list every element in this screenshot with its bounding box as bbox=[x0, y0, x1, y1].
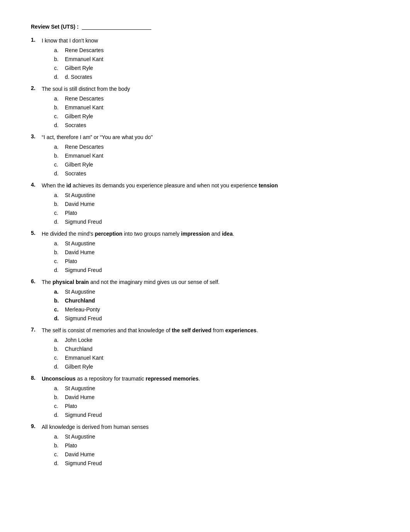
question-row-9: 9.All knowledge is derived from human se… bbox=[31, 423, 379, 431]
option-letter-7-3: c. bbox=[54, 354, 65, 362]
header-underline bbox=[82, 23, 151, 30]
option-text-5-1: St Augustine bbox=[65, 240, 379, 248]
question-number-7: 7. bbox=[31, 326, 42, 333]
option-item-8-3: c.Plato bbox=[54, 402, 379, 410]
option-item-4-2: b.David Hume bbox=[54, 200, 379, 208]
question-item-7: 7.The self is consist of memories and th… bbox=[31, 326, 379, 371]
option-letter-7-2: b. bbox=[54, 345, 65, 353]
option-text-8-1: St Augustine bbox=[65, 384, 379, 393]
option-text-2-1: Rene Descartes bbox=[65, 95, 379, 103]
questions-container: 1.I know that I don't knowa.Rene Descart… bbox=[31, 37, 379, 467]
question-row-4: 4.When the id achieves its demands you e… bbox=[31, 182, 379, 190]
option-item-9-3: c.David Hume bbox=[54, 450, 379, 459]
options-list-3: a.Rene Descartesb.Emmanuel Kantc.Gilbert… bbox=[54, 143, 379, 178]
option-item-2-4: d.Socrates bbox=[54, 121, 379, 129]
option-letter-1-3: c. bbox=[54, 64, 65, 72]
options-list-6: a.St Augustineb.Churchlandc.Merleau-Pont… bbox=[54, 288, 379, 323]
question-row-1: 1.I know that I don't know bbox=[31, 37, 379, 45]
option-item-3-2: b.Emmanuel Kant bbox=[54, 152, 379, 160]
option-letter-4-2: b. bbox=[54, 200, 65, 208]
question-number-1: 1. bbox=[31, 37, 42, 43]
option-item-8-4: d.Sigmund Freud bbox=[54, 411, 379, 419]
question-number-8: 8. bbox=[31, 375, 42, 381]
option-item-4-4: d.Sigmund Freud bbox=[54, 218, 379, 226]
option-text-4-2: David Hume bbox=[65, 200, 379, 208]
option-letter-6-1: a. bbox=[54, 288, 65, 296]
option-letter-2-2: b. bbox=[54, 104, 65, 112]
option-item-4-1: a.St Augustine bbox=[54, 191, 379, 199]
question-item-1: 1.I know that I don't knowa.Rene Descart… bbox=[31, 37, 379, 81]
option-text-4-3: Plato bbox=[65, 209, 379, 217]
question-row-5: 5.He divided the mind’s perception into … bbox=[31, 230, 379, 238]
option-item-6-1: a.St Augustine bbox=[54, 288, 379, 296]
option-text-6-4: Sigmund Freud bbox=[65, 314, 379, 323]
option-item-6-4: d.Sigmund Freud bbox=[54, 314, 379, 323]
option-text-7-1: John Locke bbox=[65, 336, 379, 344]
option-item-8-2: b.David Hume bbox=[54, 393, 379, 401]
option-text-3-2: Emmanuel Kant bbox=[65, 152, 379, 160]
option-letter-8-1: a. bbox=[54, 384, 65, 393]
header: Review Set (UTS) : bbox=[31, 23, 379, 30]
option-text-9-3: David Hume bbox=[65, 450, 379, 459]
option-text-1-2: Emmanuel Kant bbox=[65, 55, 379, 63]
option-letter-3-1: a. bbox=[54, 143, 65, 151]
option-letter-5-2: b. bbox=[54, 248, 65, 257]
option-letter-3-2: b. bbox=[54, 152, 65, 160]
option-text-2-2: Emmanuel Kant bbox=[65, 104, 379, 112]
option-letter-9-1: a. bbox=[54, 433, 65, 441]
options-list-8: a.St Augustineb.David Humec.Platod.Sigmu… bbox=[54, 384, 379, 419]
option-item-7-2: b.Churchland bbox=[54, 345, 379, 353]
option-text-5-2: David Hume bbox=[65, 248, 379, 257]
option-letter-1-2: b. bbox=[54, 55, 65, 63]
header-title: Review Set (UTS) : bbox=[31, 24, 79, 30]
option-text-7-3: Emmanuel Kant bbox=[65, 354, 379, 362]
option-text-3-1: Rene Descartes bbox=[65, 143, 379, 151]
option-text-7-4: Gilbert Ryle bbox=[65, 363, 379, 371]
option-item-2-3: c.Gilbert Ryle bbox=[54, 112, 379, 121]
option-item-5-4: d.Sigmund Freud bbox=[54, 266, 379, 274]
option-text-5-3: Plato bbox=[65, 257, 379, 265]
option-text-6-3: Merleau-Ponty bbox=[65, 306, 379, 314]
option-text-4-4: Sigmund Freud bbox=[65, 218, 379, 226]
question-row-8: 8.Unconscious as a repository for trauma… bbox=[31, 375, 379, 383]
option-text-6-1: St Augustine bbox=[65, 288, 379, 296]
option-letter-2-1: a. bbox=[54, 95, 65, 103]
question-text-9: All knowledge is derived from human sens… bbox=[42, 423, 379, 431]
option-text-8-4: Sigmund Freud bbox=[65, 411, 379, 419]
option-item-1-1: a.Rene Descartes bbox=[54, 46, 379, 54]
options-list-9: a.St Augustineb.Platoc.David Humed.Sigmu… bbox=[54, 433, 379, 467]
option-text-8-2: David Hume bbox=[65, 393, 379, 401]
question-item-3: 3.“I act, therefore I am” or “You are wh… bbox=[31, 133, 379, 178]
option-text-6-2: Churchland bbox=[65, 297, 379, 305]
option-text-7-2: Churchland bbox=[65, 345, 379, 353]
option-item-2-2: b.Emmanuel Kant bbox=[54, 104, 379, 112]
option-item-3-4: d.Socrates bbox=[54, 170, 379, 178]
question-item-6: 6.The physical brain and not the imagina… bbox=[31, 278, 379, 323]
question-number-5: 5. bbox=[31, 230, 42, 236]
option-item-7-3: c.Emmanuel Kant bbox=[54, 354, 379, 362]
question-item-9: 9.All knowledge is derived from human se… bbox=[31, 423, 379, 467]
option-item-5-1: a.St Augustine bbox=[54, 240, 379, 248]
option-item-1-4: d.d. Socrates bbox=[54, 73, 379, 81]
option-letter-8-3: c. bbox=[54, 402, 65, 410]
options-list-1: a.Rene Descartesb.Emmanuel Kantc.Gilbert… bbox=[54, 46, 379, 81]
option-letter-6-2: b. bbox=[54, 297, 65, 305]
option-letter-9-4: d. bbox=[54, 459, 65, 467]
option-letter-7-4: d. bbox=[54, 363, 65, 371]
options-list-5: a.St Augustineb.David Humec.Platod.Sigmu… bbox=[54, 240, 379, 274]
option-item-5-2: b.David Hume bbox=[54, 248, 379, 257]
option-text-3-4: Socrates bbox=[65, 170, 379, 178]
question-number-6: 6. bbox=[31, 278, 42, 284]
question-number-2: 2. bbox=[31, 85, 42, 91]
option-letter-1-1: a. bbox=[54, 46, 65, 54]
question-item-5: 5.He divided the mind’s perception into … bbox=[31, 230, 379, 274]
option-item-3-3: c.Gilbert Ryle bbox=[54, 161, 379, 169]
option-item-2-1: a.Rene Descartes bbox=[54, 95, 379, 103]
option-text-4-1: St Augustine bbox=[65, 191, 379, 199]
question-row-2: 2.The soul is still distinct from the bo… bbox=[31, 85, 379, 93]
option-text-1-3: Gilbert Ryle bbox=[65, 64, 379, 72]
option-item-6-3: c.Merleau-Ponty bbox=[54, 306, 379, 314]
option-text-9-2: Plato bbox=[65, 442, 379, 450]
question-text-2: The soul is still distinct from the body bbox=[42, 85, 379, 93]
option-letter-2-4: d. bbox=[54, 121, 65, 129]
